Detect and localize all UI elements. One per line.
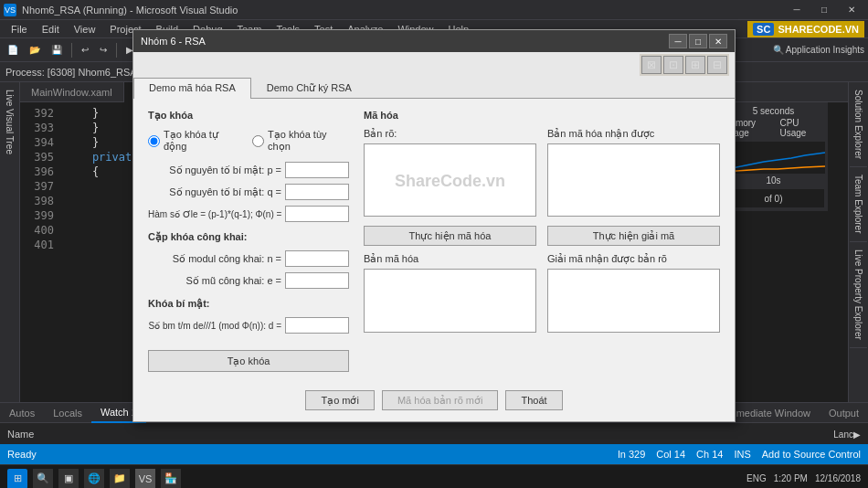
status-source-control[interactable]: Add to Source Control [762,449,861,460]
toolbar-open[interactable]: 📂 [26,41,44,59]
menu-view[interactable]: View [67,22,103,37]
taskbar-explorer[interactable]: 📁 [110,469,130,489]
form-row-q: Số nguyên tố bí mật: q = [148,184,349,200]
sidebar-live-property-explorer[interactable]: Live Property Explorer [850,242,867,348]
toolbar-sep-1 [71,43,72,58]
dialog-close-button[interactable]: ✕ [709,34,727,48]
status-ready: Ready [7,449,37,460]
tao-moi-button[interactable]: Tạo mới [305,390,375,410]
radio-row: Tạo khóa tự động Tạo khóa tùy chọn [148,129,349,153]
dialog-tool-btn-2[interactable]: ⊡ [663,56,683,74]
editor-tab-xaml[interactable]: MainWindow.xaml [20,82,124,102]
menu-file[interactable]: File [4,22,35,37]
bottom-content: Name Lanc▶ [0,423,868,445]
toolbar-save[interactable]: 💾 [48,41,66,59]
bottom-tab-autos[interactable]: Autos [0,403,44,423]
form-row-phi: Hàm số Ơle = (p-1)*(q-1); Φ(n) = [148,206,349,222]
taskbar-search[interactable]: 🔍 [33,469,53,489]
form-row-n: Số modul công khai: n = [148,250,349,267]
taskbar-time: 1:20 PM [774,473,808,483]
minimize-button[interactable]: ─ [784,2,810,18]
start-button[interactable]: ⊞ [7,469,27,489]
ban-ma-hoa-label: Bản mã hóa nhận được [547,128,720,140]
bottom-tab-locals[interactable]: Locals [44,403,91,423]
radio-auto[interactable] [148,135,160,147]
taskbar-store[interactable]: 🏪 [161,469,181,489]
title-bar-left: VS Nhom6_RSA (Running) - Microsoft Visua… [4,4,238,16]
dialog-maximize-button[interactable]: □ [689,34,707,48]
input-e[interactable] [285,272,349,289]
input-phi[interactable] [285,206,349,222]
label-n: Số modul công khai: n = [148,253,285,265]
ma-hoa-ban-ro-moi-button[interactable]: Mã hóa bản rõ mới [382,390,498,410]
giai-ma-col: Giải mã nhận được bản rõ [547,253,720,334]
sidebar-live-visual-tree[interactable]: Live Visual Tree [0,82,20,402]
giai-ma-label: Giải mã nhận được bản rõ [547,253,720,265]
radio-custom-text: Tạo khóa tùy chọn [268,129,349,153]
menu-edit[interactable]: Edit [35,22,67,37]
input-p[interactable] [285,162,349,178]
toolbar-undo[interactable]: ↩ [78,41,92,59]
form-row-d: Số bm t/m de///1 (mod Φ(n)): d = [148,317,349,334]
ban-ro-col: Bản rõ: ShareCode.vn [364,128,536,218]
thuc-hien-ma-hoa-button[interactable]: Thực hiện mã hóa [364,226,536,246]
radio-auto-text: Tạo khóa tự động [164,129,241,153]
toolbar-new[interactable]: 📄 [4,41,22,59]
thuc-hien-giai-ma-button[interactable]: Thực hiện giải mã [547,226,720,246]
dialog-title-buttons: ─ □ ✕ [669,34,727,48]
dialog-tool-btn-3[interactable]: ⊞ [685,56,705,74]
bottom-lang-label: Lanc▶ [833,430,861,440]
ban-ma-hoa-textarea[interactable] [547,143,720,217]
dialog-minimize-button[interactable]: ─ [669,34,687,48]
dialog-right-panel: Mã hóa Bản rõ: ShareCode.vn Bản mã hóa n… [364,110,720,372]
ban-ma-hoa-bottom-textarea[interactable] [364,269,536,333]
radio-auto-label[interactable]: Tạo khóa tự động [148,129,241,153]
maximize-button[interactable]: □ [811,2,837,18]
label-d: Số bm t/m de///1 (mod Φ(n)): d = [148,321,285,331]
taskbar-right: ENG 1:20 PM 12/16/2018 [746,473,861,483]
khoa-bi-mat: Khóa bí mật: Số bm t/m de///1 (mod Φ(n))… [148,298,349,334]
encrypt-bottom-section: Bản mã hóa Giải mã nhận được bản rõ [364,253,720,334]
ban-ma-hoa-bottom-label: Bản mã hóa [364,253,536,265]
taskbar-lang: ENG [746,473,767,483]
taskbar: ⊞ 🔍 ▣ 🌐 📁 VS 🏪 ENG 1:20 PM 12/16/2018 [0,464,868,488]
taskbar-edge[interactable]: 🌐 [84,469,104,489]
perf-time-label: 5 seconds [723,106,824,116]
bottom-tab-output[interactable]: Output [820,403,868,423]
khoa-bi-mat-title: Khóa bí mật: [148,298,349,310]
sidebar-team-explorer[interactable]: Team Explorer [850,167,867,241]
input-d[interactable] [285,317,349,334]
ban-ro-textarea[interactable] [364,143,536,217]
thoat-button[interactable]: Thoát [505,390,562,410]
dialog-tool-btn-4[interactable]: ⊟ [707,56,727,74]
toolbar-redo[interactable]: ↪ [96,41,111,59]
dialog-toolbar-icons: ⊠ ⊡ ⊞ ⊟ [640,54,729,76]
label-q: Số nguyên tố bí mật: q = [148,186,285,198]
dialog-body: Tạo khóa Tạo khóa tự động Tạo khóa tùy c… [133,99,735,383]
input-n[interactable] [285,250,349,267]
perf-labels: Memory Usage CPU Usage [723,118,824,138]
status-ins: INS [734,449,750,460]
radio-custom-label[interactable]: Tạo khóa tùy chọn [252,129,349,153]
status-ch: Ch 14 [696,449,723,460]
encrypt-btns-row: Thực hiện mã hóa Thực hiện giải mã [364,222,720,246]
tao-khoa-button[interactable]: Tạo khóa [148,350,349,372]
dialog-title-bar: Nhóm 6 - RSA ─ □ ✕ [133,30,735,52]
dialog-tab-ckyrsa[interactable]: Demo Chữ ký RSA [251,78,367,98]
tao-khoa-title: Tạo khóa [148,110,349,122]
taskbar-vs[interactable]: VS [135,469,155,489]
cap-khoa-cong-khai: Cặp khóa công khai: Số modul công khai: … [148,231,349,289]
dialog-tab-mhoa[interactable]: Demo mã hóa RSA [133,78,251,99]
input-q[interactable] [285,184,349,200]
ban-ro-container: ShareCode.vn [364,143,536,218]
giai-ma-textarea[interactable] [547,269,720,333]
thuc-hien-ma-hoa-col: Thực hiện mã hóa [364,222,536,246]
status-left: Ready [7,449,37,460]
radio-custom[interactable] [252,135,264,147]
close-button[interactable]: ✕ [839,2,864,18]
taskbar-task-view[interactable]: ▣ [58,469,79,489]
dialog-tool-btn-1[interactable]: ⊠ [641,56,662,74]
sidebar-solution-explorer[interactable]: Solution Explorer [850,82,867,167]
thuc-hien-giai-ma-col: Thực hiện giải mã [547,222,720,246]
perf-of: of 0) [723,189,824,207]
